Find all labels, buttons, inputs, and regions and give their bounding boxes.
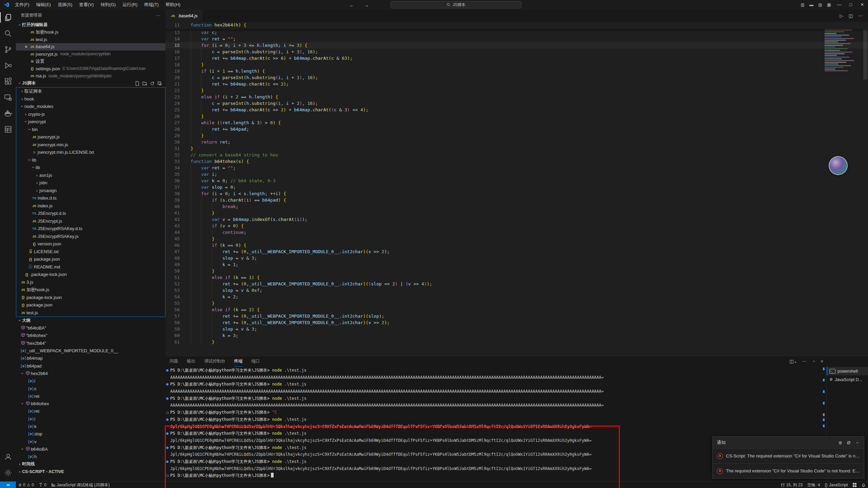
outline-item[interactable]: "hex2b64" — [16, 339, 165, 347]
activity-remote-explorer-icon[interactable] — [0, 89, 16, 105]
collapse-folders-icon[interactable] — [157, 81, 162, 86]
panel-tab-问题[interactable]: 问题 — [170, 356, 178, 366]
activity-account-icon[interactable] — [0, 449, 16, 465]
debug-terminal-status[interactable]: JavaScript 调试终端 (JS脚本) — [49, 482, 112, 488]
activity-files-icon[interactable] — [0, 10, 16, 25]
close-icon[interactable]: ✕ — [23, 44, 29, 49]
forward-icon[interactable]: → — [364, 2, 369, 8]
problems-status[interactable]: ⊘0 ⚠0 — [16, 482, 36, 488]
open-editors-header[interactable]: › 打开的编辑器 — [16, 21, 165, 29]
command-decoration-icon[interactable] — [166, 418, 169, 421]
tree-item[interactable]: JSJSEncrypt.js — [16, 217, 165, 225]
open-editor-item[interactable]: JSjsencrypt.jsnode_modules\jsencrypt\bin — [16, 51, 165, 58]
refresh-icon[interactable] — [150, 81, 155, 86]
open-editor-item[interactable]: ✕JSbase64.js — [16, 43, 165, 51]
outline-item[interactable]: [ø]c — [16, 385, 165, 392]
new-file-icon[interactable] — [135, 81, 140, 86]
outline-item[interactable]: [ø]ret — [16, 408, 165, 415]
tree-item[interactable]: {}.package-lock.json — [16, 271, 165, 279]
tree-item[interactable]: ›jsencrypt — [16, 118, 165, 126]
activity-settings-gear-icon[interactable] — [0, 465, 16, 481]
tree-item[interactable]: ›jsrsasign — [16, 187, 165, 194]
open-editor-item[interactable]: JS加密hook.js — [16, 29, 165, 36]
new-folder-icon[interactable] — [142, 81, 147, 86]
menu-item[interactable]: 帮助(H) — [162, 0, 184, 10]
toggle-secondary-sidebar-icon[interactable]: ▤ — [816, 2, 825, 7]
outline-item[interactable]: "b64tohex" — [16, 332, 165, 339]
minimap[interactable] — [825, 24, 856, 75]
tree-item[interactable]: JS加密hook.js — [16, 286, 165, 294]
outline-item[interactable]: ›hex2b64 — [16, 370, 165, 377]
indentation-status[interactable]: 空格: 4 — [805, 482, 822, 488]
tree-item[interactable]: LICENSE.txt — [16, 248, 165, 256]
outline-item[interactable]: "b64toBA" — [16, 324, 165, 332]
tree-item[interactable]: JStest.js — [16, 309, 165, 317]
tree-item[interactable]: JS3.js — [16, 278, 165, 286]
outline-item[interactable]: [ø]_util__WEBPACK_IMPORTED_MODULE_0__ — [16, 347, 165, 354]
open-editor-item[interactable]: {}settings.jsonC:\Users\32667\AppData\Ro… — [16, 65, 165, 73]
panel-more-icon[interactable]: ⋯ — [802, 359, 806, 364]
tree-item[interactable]: {}package-lock.json — [16, 294, 165, 301]
panel-tab-调试控制台[interactable]: 调试控制台 — [204, 356, 225, 366]
tree-item[interactable]: ›lib — [16, 156, 165, 164]
language-mode-status[interactable]: {}JavaScript — [822, 482, 850, 488]
menu-item[interactable]: 文件(F) — [12, 0, 33, 10]
outline-header[interactable]: › 大纲 — [16, 317, 165, 324]
open-editor-item[interactable]: ≋设置 — [16, 58, 165, 65]
command-decoration-icon[interactable] — [166, 397, 169, 400]
notifications-bell-icon[interactable] — [859, 482, 868, 488]
panel-tab-终端[interactable]: 终端 — [234, 356, 243, 367]
command-decoration-icon[interactable] — [166, 383, 169, 386]
toggle-sidebar-icon[interactable]: ▥ — [798, 2, 807, 7]
tree-item[interactable]: TSindex.d.ts — [16, 194, 165, 202]
tree-item[interactable]: ›crypto-js — [16, 110, 165, 118]
minimize-button[interactable]: — — [833, 0, 845, 10]
sidebar-more-actions-icon[interactable]: ⋯ — [156, 13, 161, 18]
menu-item[interactable]: 运行(R) — [119, 0, 141, 10]
tree-item[interactable]: ›lib — [16, 164, 165, 172]
tab-base64-js[interactable]: JS base64.js — [165, 10, 202, 22]
outline-item[interactable]: [ø]slop — [16, 430, 165, 438]
cs-script-status-icon[interactable] — [850, 482, 859, 488]
cs-script-header[interactable]: › CS-SCRIPT - ACTIVE — [16, 468, 165, 475]
tree-item[interactable]: JSjsencrypt.min.js — [16, 141, 165, 149]
command-decoration-icon[interactable] — [166, 411, 169, 414]
command-center-search[interactable]: JS脚本 — [391, 1, 521, 8]
editor-scrollbar[interactable] — [863, 22, 867, 79]
menu-item[interactable]: 转到(G) — [97, 0, 119, 10]
tree-item[interactable]: TSJSEncryptRSAKey.d.ts — [16, 225, 165, 233]
outline-item[interactable]: [ø]i — [16, 377, 165, 385]
tree-item[interactable]: ›asn1js — [16, 171, 165, 179]
tree-item[interactable]: JSindex.js — [16, 202, 165, 210]
close-button[interactable]: ✕ — [856, 0, 868, 10]
floating-ball-overlay[interactable] — [829, 156, 848, 175]
tree-item[interactable]: ›取证脚本 — [16, 88, 165, 95]
activity-extensions-icon[interactable] — [0, 73, 16, 89]
notification-item[interactable]: ✕The required extension "C# for Visual S… — [713, 463, 864, 478]
split-editor-icon[interactable]: ◫ — [849, 13, 853, 18]
tree-item[interactable]: ›bin — [16, 126, 165, 133]
customize-layout-icon[interactable]: ▦ — [825, 2, 833, 7]
maximize-button[interactable]: □ — [845, 0, 856, 10]
activity-database-icon[interactable] — [0, 121, 16, 137]
more-actions-icon[interactable]: ⋯ — [858, 13, 863, 18]
notification-item[interactable]: ✕CS-Script: The required extension "C# f… — [713, 448, 864, 463]
workspace-tree-header[interactable]: › JS脚本 — [16, 80, 165, 87]
tree-item[interactable]: ›jsbn — [16, 179, 165, 187]
ports-status[interactable]: 0 — [36, 482, 49, 488]
clear-all-notifications-icon[interactable]: ≣ — [839, 440, 842, 445]
toggle-panel-icon[interactable]: ▬ — [807, 2, 816, 7]
panel-tab-输出[interactable]: 输出 — [187, 356, 195, 366]
tree-item[interactable]: {}package.json — [16, 301, 165, 309]
outline-item[interactable]: [ø]b64pad — [16, 362, 165, 370]
tree-item[interactable]: ›node_modules — [16, 103, 165, 111]
code-editor[interactable]: 11function hex2b64(h) { 13 var c;14 var … — [165, 22, 868, 356]
tree-item[interactable]: JSjsencrypt.js — [16, 133, 165, 141]
outline-item[interactable]: [ø]k — [16, 423, 165, 430]
split-terminal-icon[interactable]: ◫⌄ — [789, 359, 797, 364]
back-icon[interactable]: ← — [349, 2, 354, 8]
outline-item[interactable]: ›b64toBA — [16, 445, 165, 453]
menu-item[interactable]: 编辑(E) — [33, 0, 54, 10]
collapse-notifications-icon[interactable]: › — [855, 440, 860, 445]
panel-tab-端口[interactable]: 端口 — [252, 356, 260, 366]
